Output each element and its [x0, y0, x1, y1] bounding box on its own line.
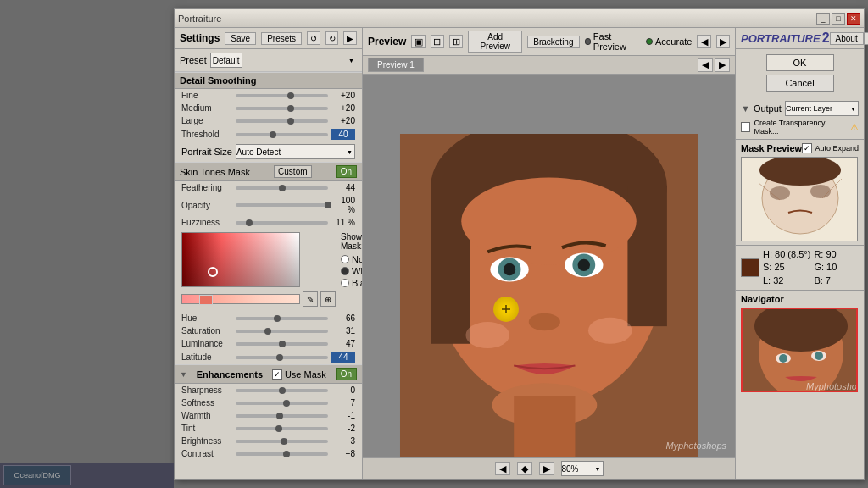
- svg-point-14: [588, 318, 632, 344]
- accurate-radio[interactable]: Accurate: [646, 36, 692, 47]
- hue-bar[interactable]: [181, 294, 300, 304]
- fast-preview-radio[interactable]: Fast Preview: [585, 31, 642, 52]
- detail-smoothing-header: Detail Smoothing: [175, 72, 362, 89]
- tab-nav-left-icon[interactable]: ◀: [698, 58, 713, 72]
- sharpness-value: 0: [331, 385, 355, 395]
- create-mask-checkbox[interactable]: [741, 122, 750, 132]
- minimize-btn[interactable]: _: [816, 13, 830, 25]
- zoom-in-icon[interactable]: ▶: [539, 462, 554, 475]
- fit-icon[interactable]: ◆: [517, 462, 532, 475]
- preset-select[interactable]: Default: [210, 53, 242, 68]
- face-svg: [363, 134, 735, 458]
- mask-preview-label: Mask Preview: [741, 143, 802, 153]
- medium-track[interactable]: [236, 107, 328, 110]
- softness-track[interactable]: [236, 402, 328, 405]
- enhancements-on-button[interactable]: On: [336, 368, 357, 380]
- sharpness-row: Sharpness 0: [175, 384, 362, 396]
- custom-button[interactable]: Custom: [274, 165, 311, 178]
- preview-tab-1[interactable]: Preview 1: [368, 58, 424, 72]
- navigator-title: Navigator: [741, 294, 859, 304]
- none-radio-circle: [341, 255, 349, 263]
- color-values: H: 80 (8.5°) S: 25 L: 32: [763, 248, 810, 287]
- fuzziness-track[interactable]: [236, 221, 328, 225]
- help-button[interactable]: Help: [864, 32, 868, 45]
- taskbar-label: OceanofDMG: [14, 471, 60, 480]
- left-panel: Settings Save Presets ↺ ↻ ▶ Preset Defau…: [175, 28, 363, 479]
- restore-btn[interactable]: □: [832, 13, 845, 25]
- contrast-value: +8: [331, 449, 355, 458]
- contrast-row: Contrast +8: [175, 447, 362, 460]
- color-picker-icon[interactable]: ⊕: [320, 291, 336, 307]
- output-select[interactable]: Current Layer: [785, 101, 859, 116]
- fast-preview-label: Fast Preview: [593, 31, 641, 52]
- view-split-v-icon[interactable]: ⊞: [449, 35, 463, 48]
- color-l: L: 32: [763, 274, 810, 287]
- brightness-track[interactable]: [236, 440, 328, 443]
- color-circle[interactable]: [208, 267, 218, 277]
- hue-track[interactable]: [236, 317, 328, 320]
- tab-nav-right-icon[interactable]: ▶: [715, 58, 730, 72]
- opacity-label: Opacity: [181, 201, 232, 210]
- warmth-row: Warmth -1: [175, 409, 362, 422]
- zoom-select[interactable]: 80% 100% 50%: [561, 461, 604, 476]
- latitude-track[interactable]: [236, 356, 328, 359]
- contrast-track[interactable]: [236, 452, 328, 456]
- redo-icon[interactable]: ↻: [326, 31, 339, 45]
- skin-tones-on-button[interactable]: On: [336, 165, 357, 178]
- portrait-size-select[interactable]: Auto Detect: [236, 144, 355, 159]
- threshold-track[interactable]: [236, 133, 328, 136]
- show-mask-title: Show Mask:: [341, 232, 363, 251]
- hue-row: Hue 66: [175, 312, 362, 324]
- white-radio-circle: [341, 267, 349, 275]
- create-mask-label: Create Transparency Mask...: [754, 119, 847, 136]
- warmth-track[interactable]: [236, 414, 328, 418]
- luminance-label: Luminance: [181, 339, 232, 348]
- nav-right-icon[interactable]: ▶: [716, 35, 730, 48]
- close-btn[interactable]: ✕: [847, 13, 860, 25]
- latitude-label: Latitude: [181, 352, 232, 362]
- view-single-icon[interactable]: ▣: [411, 35, 425, 48]
- large-label: Large: [181, 116, 232, 125]
- save-button[interactable]: Save: [225, 32, 256, 45]
- mask-preview-header: Mask Preview ✓ Auto Expand: [741, 143, 859, 153]
- sharpness-track[interactable]: [236, 389, 328, 392]
- svg-rect-3: [431, 186, 470, 344]
- auto-expand-checkbox[interactable]: ✓: [802, 143, 812, 153]
- eyedropper-icon[interactable]: ✎: [303, 291, 318, 307]
- luminance-track[interactable]: [236, 342, 328, 346]
- opacity-track[interactable]: [236, 203, 328, 207]
- tint-track[interactable]: [236, 427, 328, 430]
- zoom-out-icon[interactable]: ◀: [495, 462, 510, 475]
- fine-track[interactable]: [236, 94, 328, 97]
- feathering-track[interactable]: [236, 186, 328, 190]
- none-radio[interactable]: None: [341, 254, 363, 264]
- brightness-value: +3: [331, 436, 355, 446]
- presets-button[interactable]: Presets: [261, 32, 302, 45]
- color-gradient[interactable]: [181, 232, 300, 287]
- about-button[interactable]: About: [830, 32, 864, 45]
- right-panel: PORTRAITURE 2 About Help OK Cancel ▼ Out…: [735, 28, 864, 479]
- use-mask-checkbox[interactable]: ✓: [272, 369, 282, 380]
- cancel-button[interactable]: Cancel: [766, 75, 834, 92]
- undo-icon[interactable]: ↺: [307, 31, 320, 45]
- saturation-track[interactable]: [236, 330, 328, 333]
- feathering-label: Feathering: [181, 183, 232, 192]
- view-split-h-icon[interactable]: ⊟: [431, 35, 444, 48]
- black-radio[interactable]: Black: [341, 278, 363, 288]
- warmth-label: Warmth: [181, 411, 232, 420]
- bracketing-button[interactable]: Bracketing: [527, 36, 579, 48]
- nav-left-icon[interactable]: ◀: [697, 35, 710, 48]
- content-area: Settings Save Presets ↺ ↻ ▶ Preset Defau…: [175, 28, 864, 479]
- add-preview-button[interactable]: Add Preview: [468, 30, 522, 53]
- output-section: ▼ Output Current Layer Create Transparen…: [736, 97, 864, 139]
- brightness-row: Brightness +3: [175, 435, 362, 447]
- threshold-label: Threshold: [181, 130, 232, 139]
- taskbar-item[interactable]: OceanofDMG: [3, 465, 71, 485]
- enhancements-header: ▼ Enhancements ✓ Use Mask On: [175, 364, 362, 384]
- large-track[interactable]: [236, 119, 328, 123]
- medium-value: +20: [331, 103, 355, 113]
- more-icon[interactable]: ▶: [343, 31, 357, 45]
- ok-button[interactable]: OK: [766, 54, 834, 71]
- white-radio[interactable]: White: [341, 266, 363, 276]
- softness-row: Softness 7: [175, 396, 362, 409]
